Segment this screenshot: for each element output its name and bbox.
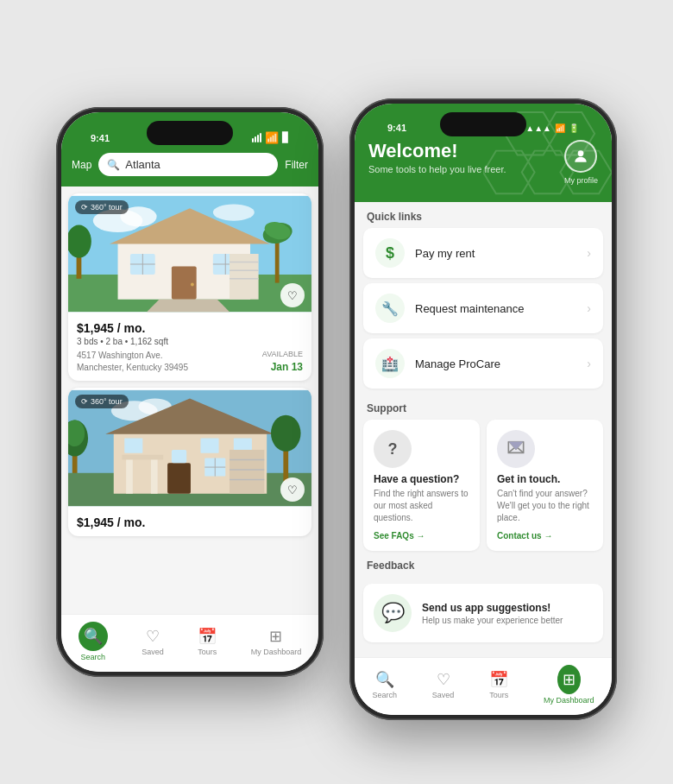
listing-details-1: 3 bds • 2 ba • 1,162 sqft <box>77 337 303 346</box>
pay-rent-icon: $ <box>375 238 405 268</box>
welcome-sub: Some tools to help you live freer. <box>368 164 506 174</box>
svg-marker-17 <box>147 300 230 312</box>
faq-icon: ? <box>374 430 412 468</box>
listing-price-2: $1,945 / mo. <box>77 515 303 529</box>
nav-saved-1[interactable]: ♡ Saved <box>142 627 164 656</box>
status-time-2: 9:41 <box>387 123 406 133</box>
listing-card-2[interactable]: ⟳360° tour ♡ $1,945 / mo. <box>68 388 311 536</box>
tour-badge-1: ⟳360° tour <box>75 200 129 214</box>
nav-dashboard-2[interactable]: ⊞ My Dashboard <box>544 665 594 705</box>
listing-available-1: AVAILABLE Jan 13 <box>262 350 303 374</box>
dashboard-body: Quick links $ Pay my rent › 🔧 Request ma… <box>355 202 612 710</box>
feedback-icon: 💬 <box>374 594 412 632</box>
search-nav-icon-2: 🔍 <box>375 670 394 689</box>
procare-icon: 🏥 <box>375 349 405 378</box>
nav-dashboard-label-2: My Dashboard <box>544 696 594 705</box>
favorite-button-1[interactable]: ♡ <box>280 283 305 307</box>
profile-avatar <box>564 140 597 173</box>
nav-saved-label: Saved <box>142 648 164 656</box>
svg-rect-35 <box>151 457 158 494</box>
status-icons-2: ▲▲▲ 📶 🔋 <box>525 123 579 133</box>
tours-nav-icon-2: 📅 <box>489 670 508 689</box>
nav-saved-2[interactable]: ♡ Saved <box>432 670 455 699</box>
listings-scroll: ⟳360° tour ♡ $1,945 / mo. 3 bds • 2 ba •… <box>61 187 318 634</box>
phone-search: 9:41 📶 ▊ Map 🔍 <box>56 107 324 677</box>
favorite-button-2[interactable]: ♡ <box>280 477 305 502</box>
support-row: ? Have a question? Find the right answer… <box>363 420 603 551</box>
svg-rect-40 <box>200 438 218 452</box>
saved-nav-icon: ♡ <box>146 627 160 646</box>
pay-rent-chevron: › <box>587 246 591 260</box>
feedback-label: Feedback <box>355 551 612 577</box>
nav-saved-label-2: Saved <box>432 691 455 699</box>
dynamic-island-2 <box>440 112 526 136</box>
svg-rect-37 <box>167 463 191 493</box>
status-time-1: 9:41 <box>91 133 110 143</box>
faq-link[interactable]: See FAQs → <box>374 531 469 541</box>
listing-price-1: $1,945 / mo. <box>77 321 303 335</box>
nav-search-label-2: Search <box>372 691 397 699</box>
contact-title: Get in touch. <box>497 473 593 485</box>
listing-card-1[interactable]: ⟳360° tour ♡ $1,945 / mo. 3 bds • 2 ba •… <box>68 193 311 381</box>
map-label[interactable]: Map <box>72 159 91 171</box>
quick-links-label: Quick links <box>355 202 612 228</box>
dashboard-nav-icon-2: ⊞ <box>557 665 581 694</box>
nav-tours-1[interactable]: 📅 Tours <box>198 627 217 656</box>
saved-nav-icon-2: ♡ <box>437 670 450 689</box>
svg-rect-38 <box>172 450 186 463</box>
welcome-title: Welcome! <box>368 140 506 162</box>
tours-nav-icon: 📅 <box>198 627 217 646</box>
maintenance-label: Request maintenance <box>415 302 576 315</box>
bottom-nav-1: 🔍 Search ♡ Saved 📅 Tours ⊞ My Dashboard <box>61 614 318 672</box>
welcome-text: Welcome! Some tools to help you live fre… <box>368 140 506 174</box>
nav-dashboard-label: My Dashboard <box>251 648 302 656</box>
feedback-card[interactable]: 💬 Send us app suggestions! Help us make … <box>363 584 603 642</box>
support-faq-card[interactable]: ? Have a question? Find the right answer… <box>363 420 480 551</box>
tour-badge-2: ⟳360° tour <box>75 395 129 408</box>
nav-tours-label: Tours <box>198 648 217 656</box>
profile-button[interactable]: My profile <box>564 140 598 185</box>
bottom-nav-2: 🔍 Search ♡ Saved 📅 Tours ⊞ My Dashboard <box>355 657 612 715</box>
svg-rect-36 <box>122 455 163 460</box>
contact-icon <box>497 430 535 468</box>
procare-label: Manage ProCare <box>415 357 576 370</box>
svg-point-3 <box>213 204 255 220</box>
svg-rect-39 <box>124 438 142 452</box>
nav-search-label: Search <box>80 653 105 661</box>
dynamic-island <box>147 121 233 145</box>
quick-link-maintenance[interactable]: 🔧 Request maintenance › <box>363 283 603 333</box>
svg-rect-34 <box>126 457 133 494</box>
search-bar[interactable]: 🔍 Atlanta <box>98 153 278 176</box>
status-icons-1: 📶 ▊ <box>252 131 289 144</box>
svg-point-10 <box>191 283 194 287</box>
filter-button[interactable]: Filter <box>285 159 308 171</box>
quick-link-pay-rent[interactable]: $ Pay my rent › <box>363 228 603 278</box>
quick-link-procare[interactable]: 🏥 Manage ProCare › <box>363 338 603 389</box>
nav-search-2[interactable]: 🔍 Search <box>372 670 397 699</box>
feedback-text: Send us app suggestions! Help us make yo… <box>422 602 563 625</box>
maintenance-chevron: › <box>587 301 591 315</box>
svg-rect-9 <box>172 266 197 299</box>
nav-search-1[interactable]: 🔍 Search <box>79 622 108 661</box>
faq-title: Have a question? <box>374 473 469 485</box>
svg-rect-22 <box>275 237 280 283</box>
contact-desc: Can't find your answer? We'll get you to… <box>497 488 593 524</box>
contact-link[interactable]: Contact us → <box>497 531 593 541</box>
phone-dashboard: 9:41 ▲▲▲ 📶 🔋 Welcome! Some tools to help… <box>349 98 617 720</box>
support-contact-card[interactable]: Get in touch. Can't find your answer? We… <box>487 420 603 551</box>
pay-rent-label: Pay my rent <box>415 247 576 260</box>
svg-point-50 <box>271 415 301 452</box>
svg-point-56 <box>578 150 584 156</box>
dashboard-header-content: Welcome! Some tools to help you live fre… <box>368 140 598 185</box>
dashboard-nav-icon: ⊞ <box>269 627 282 646</box>
maintenance-icon: 🔧 <box>375 294 405 323</box>
nav-dashboard-1[interactable]: ⊞ My Dashboard <box>251 627 302 656</box>
search-value: Atlanta <box>125 158 160 171</box>
svg-rect-45 <box>230 450 264 494</box>
nav-tours-label-2: Tours <box>489 691 508 699</box>
nav-tours-2[interactable]: 📅 Tours <box>489 670 508 699</box>
support-label: Support <box>355 394 612 420</box>
search-icon: 🔍 <box>107 159 120 171</box>
search-nav-icon: 🔍 <box>79 622 108 651</box>
listing-image-2: ⟳360° tour ♡ <box>68 388 311 509</box>
